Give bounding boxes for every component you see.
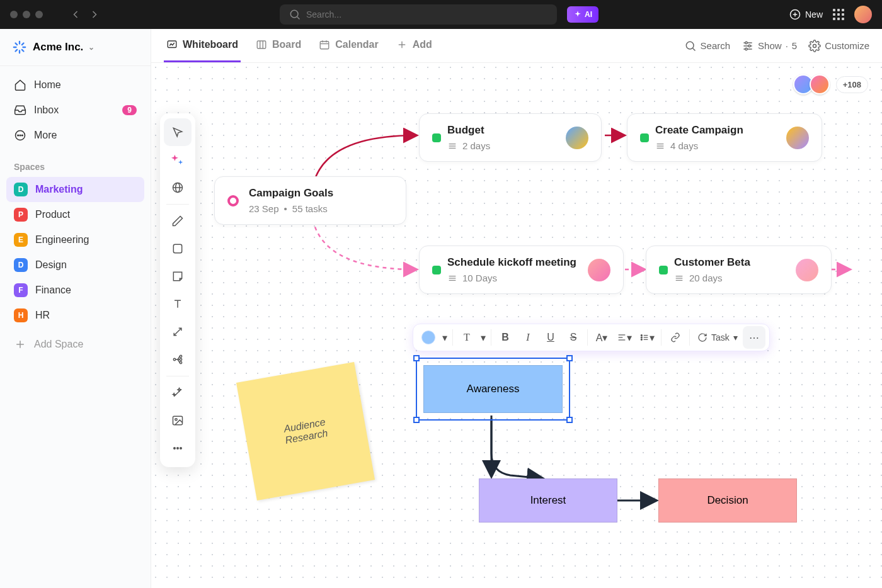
nav-more[interactable]: More <box>6 123 144 148</box>
tool-text[interactable] <box>164 290 192 318</box>
sticky-note[interactable]: Audience Research <box>236 362 375 500</box>
view-show[interactable]: Show · 5 <box>742 40 797 52</box>
underline-button[interactable]: U <box>539 326 562 349</box>
global-search[interactable] <box>280 4 557 25</box>
space-label: Product <box>35 209 70 220</box>
gear-icon <box>808 40 821 52</box>
tool-web[interactable] <box>164 174 192 201</box>
ai-label: AI <box>585 10 592 19</box>
svg-point-69 <box>641 337 642 338</box>
bullet-icon <box>639 331 650 344</box>
bold-button[interactable]: B <box>494 326 517 349</box>
font-dropdown[interactable]: ▾ <box>478 326 488 349</box>
align-button[interactable]: ▾ <box>613 326 636 349</box>
italic-button[interactable]: I <box>517 326 539 349</box>
tool-generate[interactable] <box>164 146 192 174</box>
tab-calendar[interactable]: Calendar <box>316 29 381 62</box>
view-customize[interactable]: Customize <box>808 40 869 52</box>
assignee-avatar[interactable] <box>588 259 610 281</box>
connector-icon <box>171 325 184 338</box>
add-space-label: Add Space <box>34 339 83 350</box>
nav-home[interactable]: Home <box>6 72 144 98</box>
font-button[interactable]: T <box>455 326 478 349</box>
flow-interest[interactable]: Interest <box>479 478 617 523</box>
space-item-design[interactable]: DDesign <box>6 252 144 278</box>
whiteboard-icon <box>166 39 178 50</box>
sidebar: Acme Inc. ⌄ Home Inbox 9 More Spaces DMa… <box>0 29 151 588</box>
apps-icon[interactable] <box>833 9 844 20</box>
list-button[interactable]: ▾ <box>636 326 658 349</box>
space-item-engineering[interactable]: EEngineering <box>6 227 144 252</box>
flow-decision[interactable]: Decision <box>658 478 797 523</box>
space-label: Finance <box>35 285 71 296</box>
new-button[interactable]: New <box>789 8 823 21</box>
add-view-button[interactable]: Add <box>394 29 435 62</box>
workspace-switcher[interactable]: Acme Inc. ⌄ <box>0 29 151 65</box>
tool-magic[interactable] <box>164 379 192 407</box>
collaborators[interactable]: +108 <box>793 74 868 94</box>
tool-pen[interactable] <box>164 207 192 235</box>
toolbar-more[interactable]: ⋯ <box>743 326 765 349</box>
space-item-marketing[interactable]: DMarketing <box>6 177 144 202</box>
whiteboard-canvas[interactable]: +108 <box>151 63 882 588</box>
list-icon <box>447 141 457 151</box>
global-search-input[interactable] <box>306 9 548 20</box>
tool-mindmap[interactable] <box>164 346 192 373</box>
window-controls[interactable] <box>10 11 43 18</box>
nav-back-button[interactable] <box>67 6 84 23</box>
card-customer-beta[interactable]: Customer Beta 20 days <box>646 246 832 294</box>
assignee-avatar[interactable] <box>566 127 588 149</box>
nav-forward-button[interactable] <box>86 6 103 23</box>
svg-point-15 <box>20 135 21 136</box>
collab-avatar[interactable] <box>810 74 830 94</box>
collab-more-count[interactable]: +108 <box>836 76 868 93</box>
tab-board[interactable]: Board <box>253 29 304 62</box>
plus-circle-icon <box>789 8 801 21</box>
text-icon <box>171 298 184 310</box>
selection-box[interactable]: Awareness <box>416 358 570 421</box>
space-item-hr[interactable]: HHR <box>6 303 144 328</box>
strike-button[interactable]: S <box>562 326 585 349</box>
card-duration: 10 Days <box>462 273 497 283</box>
assignee-avatar[interactable] <box>796 259 818 281</box>
space-item-product[interactable]: PProduct <box>6 202 144 227</box>
space-item-finance[interactable]: FFinance <box>6 278 144 303</box>
space-badge: P <box>14 208 28 222</box>
view-search[interactable]: Search <box>684 40 731 52</box>
tab-label: Whiteboard <box>183 39 238 50</box>
search-icon <box>289 8 301 21</box>
card-create-campaign[interactable]: Create Campaign 4 days <box>627 113 822 162</box>
list-icon <box>674 273 684 283</box>
color-dropdown[interactable]: ▾ <box>440 326 450 349</box>
status-dot-icon <box>432 133 441 142</box>
card-budget[interactable]: Budget 2 days <box>419 113 602 162</box>
card-campaign-goals[interactable]: Campaign Goals 23 Sep • 55 tasks <box>214 176 406 225</box>
tool-image[interactable] <box>164 407 192 434</box>
flow-awareness[interactable]: Awareness <box>423 365 563 413</box>
user-avatar[interactable] <box>854 6 872 23</box>
space-badge: D <box>14 258 28 272</box>
color-swatch[interactable] <box>417 326 440 349</box>
text-color-button[interactable]: A▾ <box>590 326 613 349</box>
tool-select[interactable] <box>164 118 192 146</box>
assignee-avatar[interactable] <box>786 127 809 149</box>
tool-shape[interactable] <box>164 235 192 263</box>
nav-inbox[interactable]: Inbox 9 <box>6 98 144 123</box>
card-kickoff[interactable]: Schedule kickoff meeting 10 Days <box>419 246 624 294</box>
tool-connector[interactable] <box>164 318 192 346</box>
ai-button[interactable]: AI <box>567 6 598 23</box>
tool-sticky[interactable] <box>164 263 192 290</box>
plus-icon <box>14 338 26 351</box>
add-space-button[interactable]: Add Space <box>6 332 144 357</box>
tab-whiteboard[interactable]: Whiteboard <box>164 29 241 62</box>
card-title: Schedule kickoff meeting <box>447 256 588 269</box>
nav-label: Inbox <box>34 105 59 116</box>
label: Customize <box>825 40 869 51</box>
pen-icon <box>171 215 184 227</box>
link-button[interactable] <box>664 326 687 349</box>
space-label: Marketing <box>35 184 83 195</box>
tool-more[interactable] <box>164 434 192 462</box>
convert-task-button[interactable]: Task▾ <box>692 331 743 344</box>
card-tasks: 55 tasks <box>292 203 328 214</box>
svg-point-29 <box>686 42 694 49</box>
